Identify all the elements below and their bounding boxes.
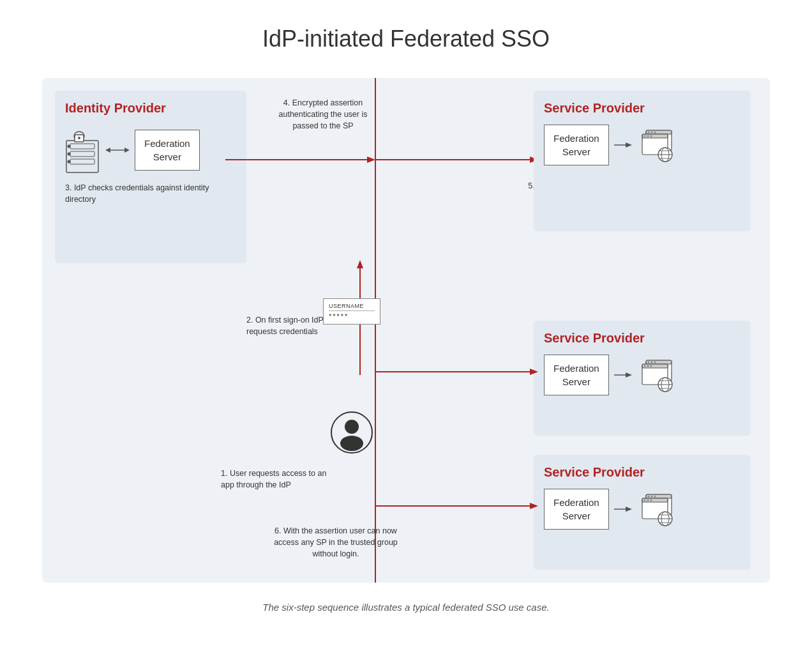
sp3-right-arrow <box>614 504 633 514</box>
sp2-app-icon <box>638 358 677 393</box>
svg-marker-72 <box>530 369 538 375</box>
idp-title: Identity Provider <box>65 101 236 116</box>
sp1-fed-server-box: Federation Server <box>544 125 609 165</box>
svg-marker-74 <box>530 503 538 509</box>
svg-point-41 <box>647 361 649 363</box>
svg-rect-23 <box>646 130 672 134</box>
sp1-panel: Service Provider Federation Server <box>534 91 751 231</box>
user-icon <box>329 410 374 461</box>
svg-point-30 <box>647 135 649 137</box>
svg-marker-55 <box>626 507 632 512</box>
svg-rect-6 <box>70 159 94 164</box>
svg-marker-21 <box>626 142 632 148</box>
svg-rect-2 <box>70 144 94 149</box>
sp3-title: Service Provider <box>544 465 741 480</box>
idp-fed-server-box: Federation Server <box>135 130 200 171</box>
sp3-inner: Federation Server <box>544 489 741 530</box>
svg-rect-4 <box>70 151 94 157</box>
step3-note: 3. IdP checks credentials against identi… <box>65 182 236 205</box>
sp2-right-arrow <box>614 370 633 380</box>
svg-point-31 <box>650 135 652 137</box>
svg-point-48 <box>650 365 652 367</box>
svg-rect-40 <box>646 360 672 364</box>
svg-point-60 <box>654 495 656 497</box>
svg-point-42 <box>650 361 652 363</box>
svg-rect-45 <box>642 364 668 368</box>
svg-point-5 <box>68 153 71 156</box>
arrow-to-sp2 <box>375 365 541 378</box>
svg-marker-76 <box>357 260 363 268</box>
sp3-app-icon <box>638 492 677 527</box>
sp1-title: Service Provider <box>544 101 741 116</box>
directory-server-icon <box>65 125 100 176</box>
sp2-title: Service Provider <box>544 331 741 346</box>
svg-point-59 <box>650 495 652 497</box>
step2-label: 2. On first sign-on IdP requests credent… <box>246 314 336 337</box>
diagram-area: Identity Provider <box>42 78 770 583</box>
sp1-inner: Federation Server <box>544 125 741 165</box>
svg-point-10 <box>78 137 80 139</box>
svg-point-46 <box>643 365 645 367</box>
step1-label: 1. User requests access to an app throug… <box>221 468 333 491</box>
sp3-panel: Service Provider Federation Server <box>534 455 751 570</box>
sp2-fed-server-box: Federation Server <box>544 355 609 395</box>
step4-label: 4. Encrypted assertion authenticating th… <box>266 97 380 132</box>
sp3-fed-server-box: Federation Server <box>544 489 609 530</box>
svg-point-64 <box>647 499 649 501</box>
caption: The six-step sequence illustrates a typi… <box>262 602 549 613</box>
svg-point-7 <box>68 160 71 164</box>
arrow-to-sp3 <box>375 500 541 512</box>
svg-marker-13 <box>124 148 130 153</box>
arrow-step4-to-sp1 <box>375 153 541 166</box>
svg-point-58 <box>647 495 649 497</box>
idp-double-arrow <box>105 144 130 157</box>
svg-rect-62 <box>642 498 668 502</box>
svg-point-24 <box>647 131 649 133</box>
svg-rect-28 <box>642 134 668 138</box>
idp-panel: Identity Provider <box>55 91 246 263</box>
svg-point-78 <box>345 420 359 434</box>
svg-marker-15 <box>367 157 375 163</box>
step6-label: 6. With the assertion user can now acces… <box>272 525 400 560</box>
svg-marker-38 <box>626 372 632 378</box>
svg-point-25 <box>650 131 652 133</box>
sp2-panel: Service Provider Federation Server <box>534 321 751 436</box>
svg-rect-57 <box>646 494 672 498</box>
idp-inner: Federation Server <box>65 125 236 176</box>
svg-point-26 <box>654 131 656 133</box>
svg-point-47 <box>647 365 649 367</box>
svg-point-29 <box>643 135 645 137</box>
svg-point-63 <box>643 499 645 501</box>
sp2-inner: Federation Server <box>544 355 741 395</box>
sp1-right-arrow <box>614 140 633 150</box>
arrow-idp-to-step4 <box>225 153 379 166</box>
svg-point-79 <box>340 436 363 451</box>
page-title: IdP-initiated Federated SSO <box>262 26 550 52</box>
svg-point-65 <box>650 499 652 501</box>
sp1-app-icon <box>638 128 677 163</box>
svg-point-43 <box>654 361 656 363</box>
svg-point-3 <box>68 145 71 148</box>
svg-marker-12 <box>105 148 110 153</box>
